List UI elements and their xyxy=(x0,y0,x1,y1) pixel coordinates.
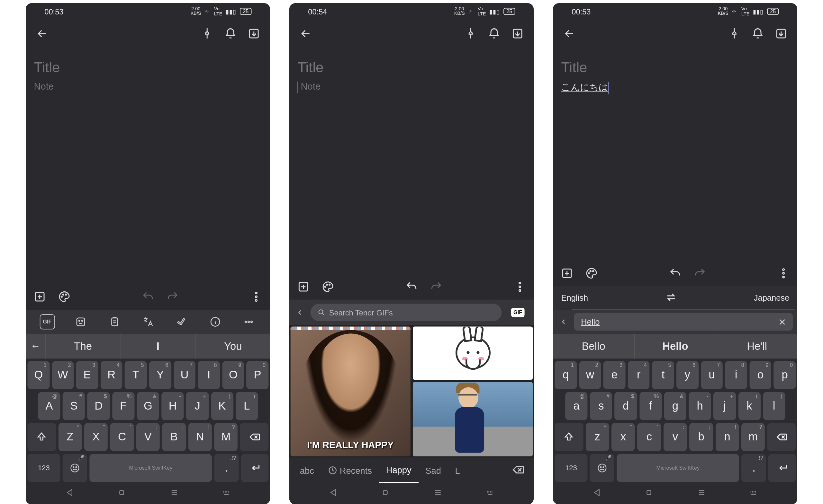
palette-button[interactable] xyxy=(321,280,335,294)
back-button[interactable] xyxy=(34,25,50,42)
nav-back-icon[interactable] xyxy=(592,488,601,500)
key-g[interactable]: g& xyxy=(664,392,687,420)
reminder-button[interactable] xyxy=(486,25,502,42)
note-input[interactable] xyxy=(34,81,262,92)
key-i[interactable]: i8 xyxy=(725,361,747,389)
enter-key[interactable] xyxy=(768,454,796,482)
gif-search-input[interactable]: Search Tenor GIFs xyxy=(311,303,502,321)
key-h[interactable]: H- xyxy=(161,392,184,420)
gif-toolbar-icon[interactable]: GIF xyxy=(39,314,55,329)
nav-home-icon[interactable] xyxy=(117,488,126,500)
spacebar-key[interactable]: Microsoft SwiftKey xyxy=(90,454,212,482)
key-d[interactable]: D$ xyxy=(88,392,110,420)
palette-button[interactable] xyxy=(585,266,599,280)
archive-button[interactable] xyxy=(773,25,789,42)
gif-badge[interactable]: GIF xyxy=(511,308,525,317)
gif-result-1[interactable]: I'M REALLY HAPPY xyxy=(291,326,410,456)
key-y[interactable]: Y6 xyxy=(149,361,171,389)
key-v[interactable]: V: xyxy=(136,423,160,451)
key-r[interactable]: R4 xyxy=(101,361,123,389)
gif-result-2[interactable] xyxy=(413,326,533,380)
clipboard-toolbar-icon[interactable] xyxy=(107,314,122,329)
translator-input-field[interactable]: Hello ✕ xyxy=(574,313,793,331)
nav-keyboard-icon[interactable] xyxy=(222,488,231,500)
key-q[interactable]: q1 xyxy=(555,361,577,389)
key-v[interactable]: v: xyxy=(664,423,687,451)
key-u[interactable]: U7 xyxy=(174,361,195,389)
suggestion-3[interactable]: You xyxy=(196,334,270,358)
key-f[interactable]: f% xyxy=(639,392,662,420)
back-button[interactable] xyxy=(561,25,578,42)
suggestion-2[interactable]: Hello xyxy=(635,334,716,358)
more-button[interactable] xyxy=(249,290,263,304)
key-h[interactable]: h- xyxy=(689,392,711,420)
key-s[interactable]: s# xyxy=(590,392,613,420)
note-content[interactable] xyxy=(26,47,270,284)
redo-button[interactable] xyxy=(429,280,443,294)
more-button[interactable] xyxy=(513,280,527,294)
emoji-key[interactable]: 🎤 xyxy=(590,454,614,482)
archive-button[interactable] xyxy=(245,25,262,42)
key-z[interactable]: Z* xyxy=(58,423,82,451)
key-n[interactable]: n! xyxy=(715,423,739,451)
nav-recent-icon[interactable] xyxy=(697,488,706,500)
reminder-button[interactable] xyxy=(750,25,766,42)
key-x[interactable]: X" xyxy=(84,423,108,451)
period-key[interactable]: .,!? xyxy=(214,454,239,482)
note-content[interactable]: こんにちは xyxy=(553,47,797,260)
undo-button[interactable] xyxy=(141,290,155,304)
gif-category-recents[interactable]: Recents xyxy=(321,457,379,483)
suggestion-1[interactable]: Bello xyxy=(553,334,635,358)
gif-backspace[interactable] xyxy=(506,463,530,478)
gif-back-chevron[interactable] xyxy=(294,308,306,316)
reminder-button[interactable] xyxy=(222,25,239,42)
translate-toolbar-icon[interactable] xyxy=(141,314,156,329)
palette-button[interactable] xyxy=(57,290,71,304)
key-w[interactable]: w2 xyxy=(579,361,601,389)
archive-button[interactable] xyxy=(509,25,526,42)
suggestion-2[interactable]: I xyxy=(121,334,196,358)
backspace-key[interactable] xyxy=(240,423,269,451)
period-key[interactable]: .,!? xyxy=(742,454,766,482)
key-o[interactable]: O9 xyxy=(222,361,244,389)
more-button[interactable] xyxy=(776,266,791,280)
note-content[interactable] xyxy=(289,47,534,274)
redo-button[interactable] xyxy=(693,266,707,280)
undo-button[interactable] xyxy=(668,266,682,280)
key-c[interactable]: C' xyxy=(110,423,134,451)
shift-key[interactable] xyxy=(27,423,56,451)
nav-recent-icon[interactable] xyxy=(169,488,179,500)
nav-recent-icon[interactable] xyxy=(433,488,442,500)
key-t[interactable]: t5 xyxy=(652,361,674,389)
pin-button[interactable] xyxy=(463,25,479,42)
title-input[interactable] xyxy=(34,59,262,76)
undo-button[interactable] xyxy=(405,280,419,294)
title-input[interactable] xyxy=(561,59,789,76)
suggestion-1[interactable]: The xyxy=(46,334,121,358)
translator-back-chevron[interactable] xyxy=(558,318,569,326)
key-f[interactable]: F% xyxy=(112,392,135,420)
key-r[interactable]: r4 xyxy=(628,361,650,389)
key-q[interactable]: Q1 xyxy=(28,361,49,389)
key-e[interactable]: e3 xyxy=(604,361,625,389)
pin-button[interactable] xyxy=(199,25,215,42)
key-b[interactable]: b; xyxy=(689,423,713,451)
key-o[interactable]: o9 xyxy=(750,361,771,389)
emoji-key[interactable]: 🎤 xyxy=(62,454,87,482)
key-a[interactable]: A@ xyxy=(38,392,60,420)
key-w[interactable]: W2 xyxy=(52,361,73,389)
shift-key[interactable] xyxy=(554,423,583,451)
swap-languages-icon[interactable] xyxy=(665,291,677,304)
nav-back-icon[interactable] xyxy=(64,488,74,500)
gif-category-sad[interactable]: Sad xyxy=(418,457,448,483)
nav-home-icon[interactable] xyxy=(644,488,654,500)
more-toolbar-icon[interactable] xyxy=(241,314,256,329)
spacebar-key[interactable]: Microsoft SwiftKey xyxy=(617,454,739,482)
key-i[interactable]: I8 xyxy=(198,361,219,389)
numbers-key[interactable]: 123 xyxy=(27,454,60,482)
key-p[interactable]: P0 xyxy=(246,361,269,389)
suggestion-3[interactable]: He'll xyxy=(716,334,797,358)
check-toolbar-icon[interactable] xyxy=(174,314,189,329)
key-k[interactable]: K( xyxy=(211,392,233,420)
gif-result-3[interactable] xyxy=(413,382,533,456)
